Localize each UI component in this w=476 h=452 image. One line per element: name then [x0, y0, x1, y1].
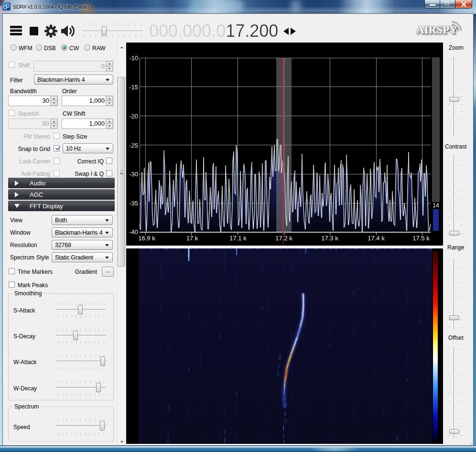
svg-text:17 k: 17 k [186, 235, 198, 242]
svg-text:14: 14 [433, 202, 439, 209]
svg-text:-25: -25 [129, 142, 138, 149]
svg-text:-35: -35 [129, 200, 138, 207]
svg-text:-15: -15 [129, 84, 138, 91]
svg-text:-30: -30 [129, 171, 138, 178]
svg-text:-20: -20 [129, 113, 138, 120]
svg-text:17.2 k: 17.2 k [275, 235, 292, 242]
svg-text:-10: -10 [129, 54, 138, 62]
svg-text:16.9 k: 16.9 k [138, 235, 155, 242]
svg-text:17.1 k: 17.1 k [229, 235, 247, 242]
svg-text:17.5 k: 17.5 k [412, 235, 430, 242]
svg-text:-40: -40 [129, 228, 138, 236]
svg-text:17.4 k: 17.4 k [368, 235, 385, 242]
svg-text:17.3 k: 17.3 k [321, 235, 338, 242]
